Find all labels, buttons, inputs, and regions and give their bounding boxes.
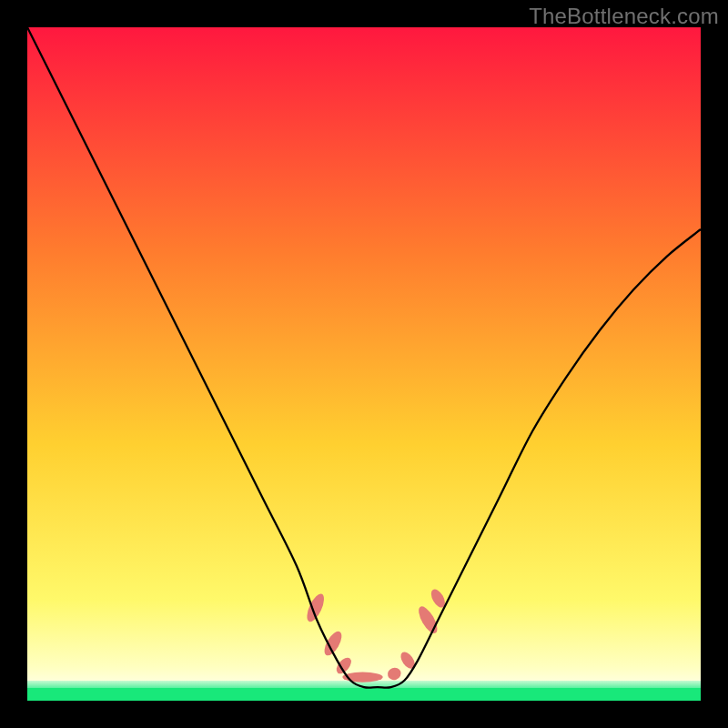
outer-frame: TheBottleneck.com [0, 0, 728, 728]
valley-markers [304, 587, 448, 682]
chart-svg [27, 27, 701, 701]
bottleneck-curve [27, 27, 701, 688]
watermark-text: TheBottleneck.com [529, 4, 719, 29]
valley-marker [386, 666, 402, 682]
plot-area [27, 27, 701, 701]
